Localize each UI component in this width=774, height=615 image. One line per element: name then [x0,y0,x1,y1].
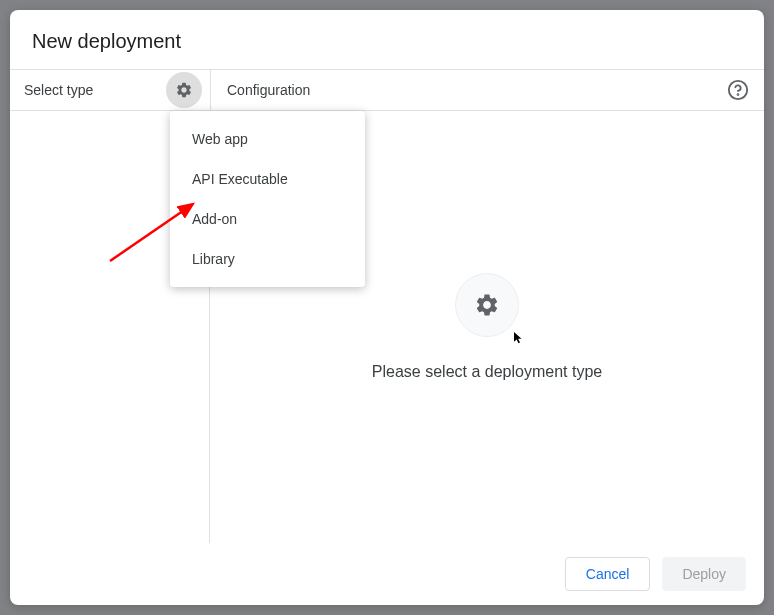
new-deployment-dialog: New deployment Select type Configuration [10,10,764,605]
placeholder-gear-circle [455,273,519,337]
dialog-title: New deployment [10,10,764,69]
dropdown-item-library[interactable]: Library [170,239,365,279]
dialog-footer: Cancel Deploy [10,543,764,605]
select-type-gear-button[interactable] [166,72,202,108]
dialog-body: Please select a deployment type Web app … [10,111,764,543]
select-type-label: Select type [24,82,93,98]
dropdown-item-add-on[interactable]: Add-on [170,199,365,239]
select-type-dropdown: Web app API Executable Add-on Library [170,111,365,287]
dropdown-item-api-executable[interactable]: API Executable [170,159,365,199]
help-icon [727,79,749,101]
help-button[interactable] [726,78,750,102]
gear-icon [175,81,193,99]
dropdown-item-web-app[interactable]: Web app [170,119,365,159]
select-type-header: Select type [10,70,210,110]
configuration-label: Configuration [227,82,310,98]
subheader: Select type Configuration [10,69,764,111]
configuration-header: Configuration [210,70,764,110]
placeholder-text: Please select a deployment type [372,363,602,381]
svg-point-1 [738,94,739,95]
deploy-button: Deploy [662,557,746,591]
cancel-button[interactable]: Cancel [565,557,651,591]
gear-icon [474,292,500,318]
cursor-icon [514,332,526,344]
